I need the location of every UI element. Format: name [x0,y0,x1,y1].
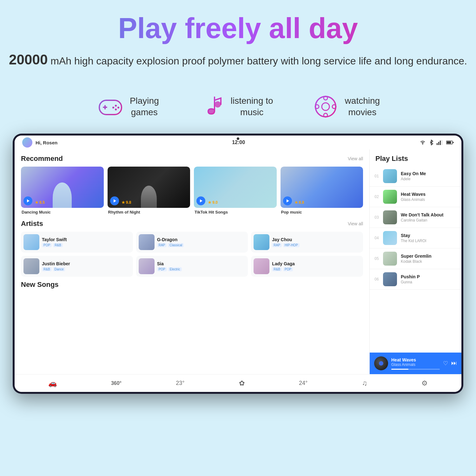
wifi-icon [420,140,426,145]
artist-tags-0: POP R&B [42,243,67,247]
song-artist-0: Adele [401,177,426,181]
subtitle-text: mAh high capacity explosion proof polyme… [50,55,467,67]
svg-rect-16 [437,143,438,145]
svg-point-4 [117,107,119,109]
play-btn-3[interactable] [283,196,292,205]
artist-info-1: G-Dragon RAP Classical [157,237,184,247]
greeting-text: Hi, Rosen [36,140,57,145]
tablet-screen: Hi, Rosen 12:00 [15,136,461,392]
now-playing-bar: Heat Waves Glass Animals ♡ ⏭ [370,353,461,374]
artist-item-1[interactable]: G-Dragon RAP Classical [136,232,248,253]
song-thumb-4 [383,252,397,266]
song-title-5: Pushin P [401,274,420,279]
settings-nav-icon[interactable]: ⚙ [421,379,428,387]
rating-1: ★ 9.8 [122,200,131,205]
artist-tags-2: RAP HIP-HOP [272,243,299,247]
feature-movies: watchingmovies [311,92,380,121]
artist-name-2: Jay Chou [272,237,299,242]
artists-header: Artists View all [21,220,363,228]
music-card-3[interactable]: ★ 8.8 Pop music [281,167,363,215]
play-btn-2[interactable] [196,196,205,205]
now-playing-title: Heat Waves [391,357,440,362]
song-info-1: Heat Waves Glass Animals [401,192,426,202]
artist-thumb-0 [23,234,39,250]
music-card-1[interactable]: ★ 9.8 Rhythm of Night [108,167,190,215]
movies-label: watchingmovies [345,95,380,118]
playlist-item-4[interactable]: 05 Super Gremlin Kodak Black [370,248,461,269]
song-artist-5: Gunna [401,280,420,284]
skip-next-icon[interactable]: ⏭ [451,360,457,367]
status-icons [420,140,454,145]
music-note-icon [197,92,226,121]
artist-item-3[interactable]: Justin Bieber R&B Dance [21,256,133,277]
now-playing-artist: Glass Animals [391,362,440,367]
gamepad-icon [96,92,125,121]
artists-view-all[interactable]: View all [348,221,363,226]
song-info-2: We Don't Talk About Carolina Gaitan [401,212,444,222]
feature-gaming: Playinggames [96,92,159,121]
play-btn-0[interactable] [23,196,32,205]
artist-info-4: Sia POP Electric [157,261,182,271]
music-card-0[interactable]: ★ 8.5 Dancing Music [21,167,104,215]
artist-tags-5: R&B POP [272,267,295,271]
svg-point-3 [115,105,117,107]
artist-thumb-4 [139,258,155,274]
svg-point-7 [208,108,215,115]
svg-rect-22 [453,142,453,143]
artist-item-4[interactable]: Sia POP Electric [136,256,248,277]
progress-bar[interactable] [391,369,440,370]
artist-item-5[interactable]: Lady Gaga R&B POP [251,256,363,277]
left-panel: Recommend View all ★ 8.5 Dancing Music [15,149,369,374]
svg-point-6 [112,107,114,109]
playlist-item-5[interactable]: 06 Pushin P Gunna [370,269,461,290]
new-songs-title: New Songs [21,281,363,289]
artist-info-5: Lady Gaga R&B POP [272,261,295,271]
recommend-header: Recommend View all [21,155,363,163]
svg-rect-21 [446,142,451,144]
play-btn-1[interactable] [110,196,119,205]
subtitle: 20000 mAh high capacity explosion proof … [6,49,470,70]
rating-3: ★ 8.8 [294,200,304,205]
playlist-item-3[interactable]: 04 Stay The Kid LAROI [370,228,461,248]
temp24-nav-icon[interactable]: 24° [299,380,307,387]
song-thumb-5 [383,272,397,286]
artist-info-0: Taylor Swift POP R&B [42,237,67,247]
song-info-3: Stay The Kid LAROI [401,233,426,243]
recommend-view-all[interactable]: View all [348,156,363,161]
360-nav-icon[interactable]: 360° [111,380,122,386]
card-title-3: Pop music [281,210,363,215]
temp23-nav-icon[interactable]: 23° [176,380,184,387]
song-info-4: Super Gremlin Kodak Black [401,254,431,264]
svg-rect-19 [441,140,442,145]
rating-2: ★ 9.0 [208,200,218,205]
card-image-3: ★ 8.8 [281,167,363,208]
playlist-item-0[interactable]: 01 Easy On Me Adele [370,166,461,187]
battery-capacity: 20000 [9,52,48,67]
svg-rect-18 [440,141,441,145]
now-playing-info: Heat Waves Glass Animals [391,357,440,370]
song-num-0: 01 [374,174,379,178]
artist-item-0[interactable]: Taylor Swift POP R&B [21,232,133,253]
card-title-1: Rhythm of Night [108,210,190,215]
disc-center [379,361,383,366]
film-reel-icon [311,92,340,121]
gaming-label: Playinggames [130,95,159,118]
song-thumb-1 [383,190,397,204]
playlist-item-1[interactable]: 02 Heat Waves Glass Animals [370,187,461,207]
song-num-5: 06 [374,277,379,281]
recommend-title: Recommend [21,155,63,163]
music-nav-icon[interactable]: ♫ [362,379,367,387]
bottom-nav: 🚗 360° 23° ✿ 24° ♫ ⚙ [15,374,461,392]
song-num-3: 04 [374,236,379,240]
right-panel: Play Lists 01 Easy On Me Adele 02 [369,149,461,374]
artist-item-2[interactable]: Jay Chou RAP HIP-HOP [251,232,363,253]
playlist-item-2[interactable]: 03 We Don't Talk About Carolina Gaitan [370,207,461,228]
svg-rect-17 [438,142,439,145]
music-card-2[interactable]: ★ 9.0 TikTok Hit Songs [194,167,277,215]
progress-fill [391,369,408,370]
artist-name-1: G-Dragon [157,237,184,242]
heart-icon[interactable]: ♡ [443,360,448,367]
top-section: Play freely all day 20000 mAh high capac… [0,0,476,80]
fan-nav-icon[interactable]: ✿ [239,379,245,387]
car-nav-icon[interactable]: 🚗 [48,379,57,387]
